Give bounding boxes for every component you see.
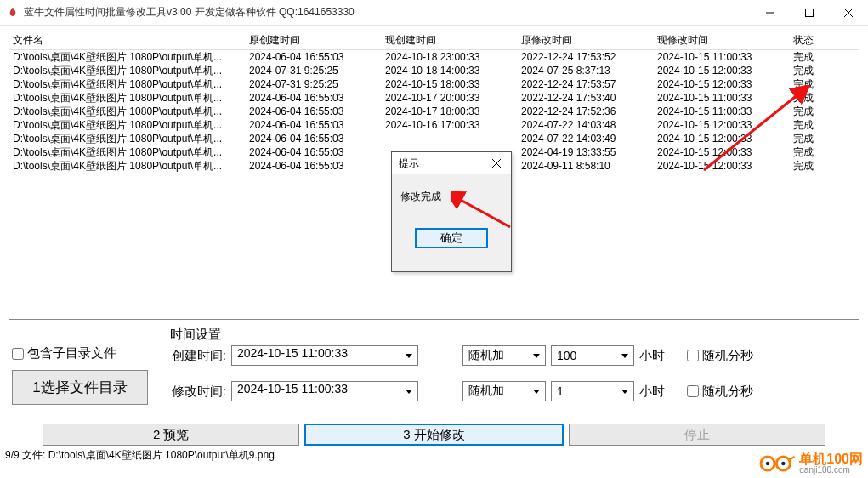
cell: 2024-07-31 9:25:25: [246, 78, 382, 90]
create-random-sec-checkbox[interactable]: 随机分秒: [687, 348, 753, 364]
dialog-close-button[interactable]: [485, 154, 508, 173]
cell: 2024-06-04 16:55:03: [246, 133, 382, 145]
svg-line-3: [844, 9, 853, 17]
cell: 2024-10-15 11:00:33: [654, 51, 790, 63]
cell: 2024-10-15 12:00:33: [654, 160, 790, 172]
close-icon: [492, 159, 501, 168]
cell: 2022-12-24 17:52:36: [518, 105, 654, 117]
cell: 完成: [790, 77, 841, 92]
window-title: 蓝牛文件属性时间批量修改工具v3.00 开发定做各种软件 QQ:16416533…: [24, 5, 751, 20]
cell: 完成: [790, 118, 841, 133]
preview-button[interactable]: 2 预览: [43, 424, 299, 446]
cell: 完成: [790, 132, 841, 146]
cell: 2024-10-15 12:00:33: [654, 133, 790, 145]
svg-rect-1: [806, 9, 814, 16]
cell: 2024-09-11 8:58:10: [518, 160, 654, 172]
col-new-create[interactable]: 现创建时间: [382, 33, 518, 48]
table-row[interactable]: D:\tools\桌面\4K壁纸图片 1080P\output\单机...202…: [9, 77, 859, 91]
create-random-sec-input[interactable]: [687, 350, 699, 361]
create-time-label: 创建时间:: [165, 348, 226, 364]
cell: D:\tools\桌面\4K壁纸图片 1080P\output\单机...: [9, 132, 246, 146]
col-orig-create[interactable]: 原创建时间: [246, 33, 382, 48]
create-random-sec-label: 随机分秒: [702, 348, 753, 364]
modify-time-label: 修改时间:: [165, 384, 226, 400]
stop-button[interactable]: 停止: [569, 424, 825, 446]
cell: D:\tools\桌面\4K壁纸图片 1080P\output\单机...: [9, 77, 246, 92]
col-filename[interactable]: 文件名: [9, 33, 246, 48]
modify-random-value-select[interactable]: 1: [551, 381, 634, 401]
maximize-button[interactable]: [790, 0, 829, 25]
col-new-modify[interactable]: 现修改时间: [654, 33, 790, 48]
create-random-mode-select[interactable]: 随机加: [462, 345, 546, 366]
create-unit-label: 小时: [639, 348, 665, 364]
svg-point-11: [781, 462, 785, 465]
cell: 完成: [790, 50, 841, 65]
watermark-logo-icon: [758, 454, 796, 473]
minimize-button[interactable]: [751, 0, 790, 25]
message-dialog: 提示 修改完成 确定: [391, 151, 512, 272]
table-row[interactable]: D:\tools\桌面\4K壁纸图片 1080P\output\单机...202…: [9, 50, 859, 64]
cell: 2024-10-15 12:00:33: [654, 65, 790, 77]
table-row[interactable]: D:\tools\桌面\4K壁纸图片 1080P\output\单机...202…: [9, 64, 859, 77]
watermark-url: danji100.com: [799, 466, 863, 475]
close-button[interactable]: [829, 0, 868, 25]
cell: D:\tools\桌面\4K壁纸图片 1080P\output\单机...: [9, 118, 246, 133]
svg-line-2: [844, 9, 853, 17]
cell: D:\tools\桌面\4K壁纸图片 1080P\output\单机...: [9, 91, 246, 105]
include-subdir-input[interactable]: [12, 348, 24, 360]
cell: 2024-10-16 17:00:33: [382, 119, 518, 131]
table-row[interactable]: D:\tools\桌面\4K壁纸图片 1080P\output\单机...202…: [9, 91, 859, 105]
dialog-message: 修改完成: [400, 190, 502, 204]
dialog-ok-button[interactable]: 确定: [415, 228, 488, 248]
cell: D:\tools\桌面\4K壁纸图片 1080P\output\单机...: [9, 145, 246, 160]
cell: 2024-06-04 16:55:03: [246, 105, 382, 117]
dialog-title: 提示: [399, 156, 419, 171]
app-logo-icon: [7, 7, 19, 19]
cell: 2022-12-24 17:53:57: [518, 78, 654, 90]
col-orig-modify[interactable]: 原修改时间: [518, 33, 654, 48]
cell: 2024-06-04 16:55:03: [246, 51, 382, 63]
cell: 2024-10-18 14:00:33: [382, 65, 518, 77]
cell: 完成: [790, 159, 841, 174]
cell: 2024-07-22 14:03:48: [518, 119, 654, 131]
cell: 2024-07-25 8:37:13: [518, 65, 654, 77]
cell: 完成: [790, 64, 841, 78]
cell: 2024-10-15 11:00:33: [654, 105, 790, 117]
modify-random-mode-select[interactable]: 随机加: [462, 381, 546, 401]
modify-unit-label: 小时: [639, 384, 665, 400]
cell: 2024-10-15 18:00:33: [382, 78, 518, 90]
cell: D:\tools\桌面\4K壁纸图片 1080P\output\单机...: [9, 159, 246, 174]
col-status[interactable]: 状态: [790, 33, 841, 48]
select-folder-button[interactable]: 1选择文件目录: [12, 370, 148, 405]
cell: 完成: [790, 145, 841, 160]
cell: 2024-06-04 16:55:03: [246, 119, 382, 131]
table-row[interactable]: D:\tools\桌面\4K壁纸图片 1080P\output\单机...202…: [9, 118, 859, 132]
start-button[interactable]: 3 开始修改: [304, 424, 563, 446]
cell: 2024-10-18 23:00:33: [382, 51, 518, 63]
create-time-picker[interactable]: 2024-10-15 11:00:33: [231, 345, 418, 366]
cell: 2024-07-22 14:03:49: [518, 133, 654, 145]
cell: 2024-10-17 18:00:33: [382, 105, 518, 117]
table-row[interactable]: D:\tools\桌面\4K壁纸图片 1080P\output\单机...202…: [9, 105, 859, 118]
cell: D:\tools\桌面\4K壁纸图片 1080P\output\单机...: [9, 50, 246, 65]
svg-point-9: [766, 462, 769, 465]
cell: 完成: [790, 105, 841, 119]
modify-time-picker[interactable]: 2024-10-15 11:00:33: [231, 381, 418, 401]
cell: 2024-06-04 16:55:03: [246, 92, 382, 104]
cell: 2022-12-24 17:53:40: [518, 92, 654, 104]
modify-random-sec-input[interactable]: [687, 385, 699, 397]
watermark: 单机100网 danji100.com: [758, 452, 863, 475]
modify-random-sec-label: 随机分秒: [702, 384, 753, 400]
modify-random-sec-checkbox[interactable]: 随机分秒: [687, 384, 753, 400]
table-row[interactable]: D:\tools\桌面\4K壁纸图片 1080P\output\单机...202…: [9, 132, 859, 145]
cell: 2024-04-19 13:33:55: [518, 146, 654, 158]
create-random-value-select[interactable]: 100: [551, 345, 634, 366]
watermark-name: 单机100网: [799, 452, 863, 466]
cell: 2024-10-15 12:00:33: [654, 78, 790, 90]
include-subdir-checkbox[interactable]: 包含子目录文件: [12, 345, 156, 361]
cell: 2024-10-15 12:00:33: [654, 119, 790, 131]
cell: D:\tools\桌面\4K壁纸图片 1080P\output\单机...: [9, 64, 246, 78]
cell: 2024-06-04 16:55:03: [246, 160, 382, 172]
cell: 2024-10-17 20:00:33: [382, 92, 518, 104]
cell: 2024-06-04 16:55:03: [246, 146, 382, 158]
